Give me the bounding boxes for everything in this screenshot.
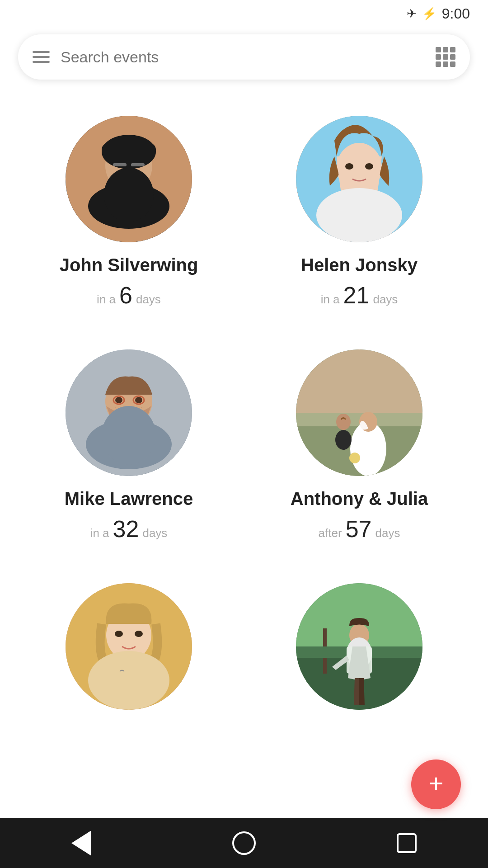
plus-icon: + [429, 771, 444, 796]
svg-point-16 [316, 188, 402, 242]
back-button[interactable] [59, 830, 104, 857]
status-time: 9:00 [442, 5, 470, 22]
card-name-mike-lawrence: Mike Lawrence [65, 489, 193, 509]
card-timing-helen-jonsky: in a21days [321, 282, 398, 309]
event-card-card-6[interactable] [249, 570, 470, 747]
card-timing-mike-lawrence: in a32days [90, 515, 168, 542]
card-name-helen-jonsky: Helen Jonsky [301, 255, 418, 275]
status-bar: ✈ ⚡ 9:00 [0, 0, 488, 27]
timing-suffix: days [373, 292, 398, 307]
search-bar-container [0, 27, 488, 89]
avatar-mike-lawrence [66, 349, 192, 476]
timing-prefix: in a [97, 292, 116, 307]
back-icon [71, 830, 91, 856]
timing-number: 32 [113, 515, 139, 542]
svg-point-24 [102, 406, 156, 465]
avatar-anthony-julia [296, 349, 422, 476]
svg-point-37 [135, 631, 143, 637]
avatar-card-6 [296, 583, 422, 710]
home-icon [232, 831, 256, 855]
svg-rect-8 [113, 163, 127, 166]
svg-rect-3 [102, 143, 156, 156]
timing-suffix: days [375, 526, 400, 540]
event-card-john-silverwing[interactable]: John Silverwingin a6days [18, 102, 239, 327]
timing-number: 57 [346, 515, 372, 542]
svg-point-15 [365, 163, 373, 170]
card-name-anthony-julia: Anthony & Julia [291, 489, 428, 509]
airplane-icon: ✈ [407, 7, 417, 21]
timing-suffix: days [136, 292, 161, 307]
event-card-helen-jonsky[interactable]: Helen Jonskyin a21days [249, 102, 470, 327]
event-card-card-5[interactable] [18, 570, 239, 747]
avatar-john-silverwing [66, 116, 192, 242]
avatar-helen-jonsky [296, 116, 422, 242]
search-input[interactable] [61, 48, 425, 66]
battery-icon: ⚡ [422, 7, 436, 21]
search-bar [18, 34, 470, 80]
event-card-anthony-julia[interactable]: Anthony & Juliaafter57days [249, 336, 470, 561]
timing-suffix: days [142, 526, 167, 540]
cards-grid: John Silverwingin a6days Helen Jonskyin … [0, 89, 488, 747]
timing-number: 21 [343, 282, 370, 309]
svg-point-31 [336, 414, 351, 430]
svg-point-14 [345, 163, 353, 170]
svg-rect-27 [296, 413, 422, 426]
add-event-button[interactable]: + [411, 760, 461, 809]
svg-rect-9 [131, 163, 145, 166]
card-timing-john-silverwing: in a6days [97, 282, 161, 309]
timing-prefix: in a [321, 292, 340, 307]
svg-point-19 [115, 397, 122, 403]
svg-point-32 [349, 453, 360, 463]
status-icons: ✈ ⚡ 9:00 [407, 5, 470, 22]
card-name-john-silverwing: John Silverwing [60, 255, 198, 275]
recents-icon [397, 833, 417, 853]
recents-button[interactable] [384, 830, 429, 857]
timing-number: 6 [119, 282, 132, 309]
avatar-card-5 [66, 583, 192, 710]
home-button[interactable] [221, 830, 267, 857]
timing-prefix: in a [90, 526, 109, 540]
grid-view-icon[interactable] [436, 47, 455, 67]
svg-point-30 [335, 430, 352, 450]
timing-prefix: after [319, 526, 342, 540]
svg-point-38 [88, 651, 169, 710]
bottom-navigation [0, 818, 488, 868]
card-timing-anthony-julia: after57days [319, 515, 400, 542]
svg-point-36 [115, 631, 123, 637]
svg-point-11 [104, 168, 154, 222]
menu-icon[interactable] [33, 51, 50, 63]
svg-point-20 [135, 397, 142, 403]
event-card-mike-lawrence[interactable]: Mike Lawrencein a32days [18, 336, 239, 561]
